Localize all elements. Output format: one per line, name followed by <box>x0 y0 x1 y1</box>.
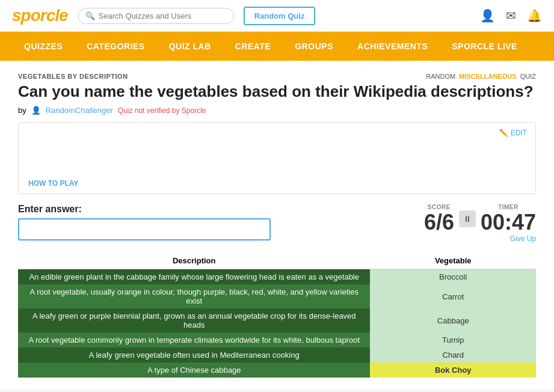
header-icons: 👤 ✉ 🔔 <box>480 8 542 23</box>
nav-item-quiz-lab[interactable]: QUIZ LAB <box>157 32 223 61</box>
nav-item-groups[interactable]: GROUPS <box>283 32 345 61</box>
pencil-icon: ✏️ <box>499 129 508 137</box>
answer-row: Enter answer: SCORE 6/6 ⏸ TIMER 00:47 Gi… <box>18 204 536 243</box>
timer-value: 00:47 <box>481 212 536 233</box>
header: sporcle 🔍 Random Quiz 👤 ✉ 🔔 <box>0 0 554 32</box>
table-body: An edible green plant in the cabbage fam… <box>18 269 536 378</box>
author-icon: 👤 <box>31 106 41 115</box>
user-icon[interactable]: 👤 <box>480 8 495 23</box>
quiz-author-row: by 👤 RandomChallenger Quiz not verified … <box>18 106 536 115</box>
quiz-title: Can you name the vegetables based on the… <box>18 82 536 101</box>
table-row: A root vegetable, usually orange in colo… <box>18 284 536 308</box>
main-content: VEGETABLES BY DESCRIPTION RANDOM MISCELL… <box>0 61 554 390</box>
veg-cell: Broccoli <box>370 269 536 285</box>
table-row: A root vegetable commonly grown in tempe… <box>18 332 536 348</box>
desc-cell: A root vegetable commonly grown in tempe… <box>18 332 370 348</box>
desc-cell: A root vegetable, usually orange in colo… <box>18 284 370 308</box>
answer-input[interactable] <box>18 218 271 240</box>
search-input[interactable] <box>99 11 226 20</box>
random-quiz-button[interactable]: Random Quiz <box>244 7 316 25</box>
veg-cell: Chard <box>370 348 536 363</box>
breadcrumb: VEGETABLES BY DESCRIPTION <box>18 73 128 80</box>
nav-item-quizzes[interactable]: QUIZZES <box>12 32 75 61</box>
score-value: 6/6 <box>424 212 454 233</box>
search-bar[interactable]: 🔍 <box>78 8 234 24</box>
veg-cell: Cabbage <box>370 308 536 332</box>
col-veg-header: Vegetable <box>370 253 536 269</box>
nav-item-categories[interactable]: CATEGORIES <box>75 32 157 61</box>
veg-cell: Carrot <box>370 284 536 308</box>
bell-icon[interactable]: 🔔 <box>527 8 542 23</box>
random-quiz-label: RANDOM MISCELLANEOUS QUIZ <box>426 73 536 80</box>
nav-item-achievements[interactable]: ACHIEVEMENTS <box>345 32 440 61</box>
answer-label: Enter answer: <box>18 204 406 215</box>
desc-cell: A leafy green vegetable often used in Me… <box>18 348 370 363</box>
veg-cell: Bok Choy <box>370 363 536 378</box>
table-row: An edible green plant in the cabbage fam… <box>18 269 536 285</box>
navbar: QUIZZES CATEGORIES QUIZ LAB CREATE GROUP… <box>0 32 554 61</box>
how-to-play-link[interactable]: HOW TO PLAY <box>28 179 78 188</box>
table-row: A leafy green or purple biennial plant, … <box>18 308 536 332</box>
pause-button[interactable]: ⏸ <box>459 210 476 227</box>
table-row: A type of Chinese cabbageBok Choy <box>18 363 536 378</box>
score-block: SCORE 6/6 <box>424 204 454 233</box>
nav-item-sporcle-live[interactable]: SPORCLE LIVE <box>440 32 529 61</box>
mail-icon[interactable]: ✉ <box>506 8 516 23</box>
desc-cell: A leafy green or purple biennial plant, … <box>18 308 370 332</box>
score-timer-wrapper: SCORE 6/6 ⏸ TIMER 00:47 Give Up <box>424 204 536 243</box>
table-row: A leafy green vegetable often used in Me… <box>18 348 536 363</box>
score-timer-block: SCORE 6/6 ⏸ TIMER 00:47 <box>424 204 536 233</box>
by-label: by <box>18 106 26 115</box>
veg-cell: Turnip <box>370 332 536 348</box>
nav-item-create[interactable]: CREATE <box>223 32 283 61</box>
desc-cell: An edible green plant in the cabbage fam… <box>18 269 370 285</box>
quiz-table: Description Vegetable An edible green pl… <box>18 253 536 378</box>
table-header: Description Vegetable <box>18 253 536 269</box>
col-desc-header: Description <box>18 253 370 269</box>
miscellaneous-link[interactable]: MISCELLANEOUS <box>459 73 516 80</box>
quiz-meta-top: VEGETABLES BY DESCRIPTION RANDOM MISCELL… <box>18 73 536 80</box>
author-link[interactable]: RandomChallenger <box>46 106 113 115</box>
answer-left: Enter answer: <box>18 204 406 240</box>
desc-cell: A type of Chinese cabbage <box>18 363 370 378</box>
unverified-label: Quiz not verified by Sporcle <box>118 106 206 115</box>
logo: sporcle <box>12 6 68 25</box>
give-up-link[interactable]: Give Up <box>510 234 536 243</box>
search-icon: 🔍 <box>85 11 95 20</box>
edit-button[interactable]: ✏️ EDIT <box>499 129 527 137</box>
quiz-box: ✏️ EDIT HOW TO PLAY <box>18 122 536 194</box>
timer-block: TIMER 00:47 <box>481 204 536 233</box>
